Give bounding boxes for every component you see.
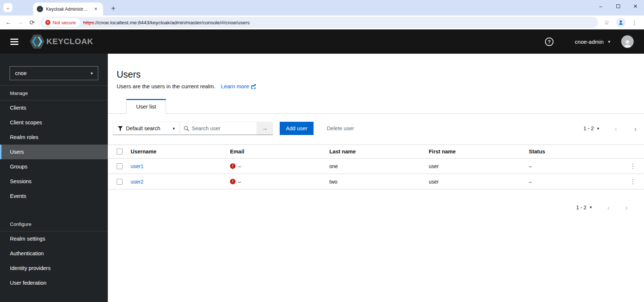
sidebar-item-identity-providers[interactable]: Identity providers xyxy=(0,261,108,276)
add-user-button[interactable]: Add user xyxy=(280,122,314,135)
learn-more-link[interactable]: Learn more xyxy=(221,83,256,89)
sidebar-item-events[interactable]: Events xyxy=(0,189,108,203)
back-button[interactable]: ← xyxy=(3,17,14,28)
email-cell: ! – xyxy=(230,179,329,185)
bookmark-star-icon[interactable]: ☆ xyxy=(601,19,612,26)
delete-user-button[interactable]: Delete user xyxy=(327,125,354,131)
row-kebab-menu-icon[interactable]: ⋮ xyxy=(627,177,638,186)
tab-bar: User list xyxy=(108,99,644,114)
keycloak-favicon-icon: ‹› xyxy=(37,6,43,12)
previous-page-button[interactable]: ‹ xyxy=(615,125,617,132)
masthead-right: ? cnoe-admin ▾ xyxy=(545,35,634,48)
reload-button[interactable]: ⟳ xyxy=(26,17,38,28)
col-first-name: First name xyxy=(429,149,529,154)
nav-section-manage: Manage xyxy=(0,86,108,100)
window-minimize-button[interactable]: – xyxy=(592,0,609,13)
tab-close-icon[interactable]: ✕ xyxy=(92,6,99,13)
users-toolbar: Default search ▾ → Add user Delete user … xyxy=(108,114,644,135)
table-row: user2 ! – two user – ⋮ xyxy=(108,174,644,189)
col-email: Email xyxy=(230,149,329,154)
col-status: Status xyxy=(529,149,623,154)
keycloak-brand[interactable]: KEYCLOAK xyxy=(29,33,93,50)
pagination-range-dropdown[interactable]: 1 - 2 ▾ xyxy=(576,205,592,210)
search-icon xyxy=(184,126,189,131)
first-name-value: user xyxy=(429,163,529,169)
chevron-down-icon: ▾ xyxy=(590,205,592,210)
browser-tab[interactable]: ‹› Keycloak Administration UI ✕ xyxy=(33,3,103,15)
chevron-down-icon: ▾ xyxy=(608,39,610,44)
external-link-icon xyxy=(251,84,256,89)
new-tab-button[interactable]: + xyxy=(108,4,118,13)
search-type-label: Default search xyxy=(126,125,160,131)
user-dropdown[interactable]: cnoe-admin ▾ xyxy=(575,39,610,45)
search-submit-button[interactable]: → xyxy=(257,122,273,135)
keycloak-wordmark: KEYCLOAK xyxy=(46,37,93,46)
next-page-button[interactable]: › xyxy=(634,125,637,132)
url-text: https://cnoe.localtest.me:8443/keycloak/… xyxy=(83,20,250,25)
status-value: – xyxy=(529,179,623,185)
tab-search-icon[interactable]: ⌄ xyxy=(3,3,13,12)
person-icon xyxy=(623,39,632,48)
person-icon xyxy=(618,19,624,25)
row-kebab-menu-icon[interactable]: ⋮ xyxy=(627,161,638,171)
select-all-checkbox[interactable] xyxy=(117,149,123,154)
browser-toolbar: ← → ⟳ ✕ Not secure https://cnoe.localtes… xyxy=(0,15,644,29)
username-link[interactable]: user1 xyxy=(131,163,230,169)
keycloak-logo-icon xyxy=(29,33,46,50)
username-link[interactable]: user2 xyxy=(131,179,230,185)
help-icon[interactable]: ? xyxy=(545,38,553,46)
sidebar-item-authentication[interactable]: Authentication xyxy=(0,246,108,261)
app-body: cnoe ▾ Manage Clients Client scopes Real… xyxy=(0,54,644,302)
nav-toggle-hamburger-icon[interactable] xyxy=(10,39,18,45)
nav-section-gap xyxy=(0,203,108,217)
not-secure-icon: ✕ xyxy=(45,20,50,25)
email-value: – xyxy=(238,179,241,185)
tab-user-list[interactable]: User list xyxy=(126,99,166,114)
realm-name: cnoe xyxy=(15,70,26,76)
row-checkbox[interactable] xyxy=(117,179,123,185)
last-name-value: two xyxy=(329,179,429,185)
chevron-down-icon: ▾ xyxy=(91,71,93,76)
search-field[interactable] xyxy=(180,122,257,135)
sidebar-item-user-federation[interactable]: User federation xyxy=(0,276,108,290)
search-input[interactable] xyxy=(192,125,247,131)
page-header: Users Users are the users in the current… xyxy=(108,54,644,89)
sidebar-item-groups[interactable]: Groups xyxy=(0,159,108,174)
url-rest: ://cnoe.localtest.me:8443/keycloak/admin… xyxy=(94,20,250,25)
window-maximize-button[interactable] xyxy=(609,0,627,13)
keycloak-masthead: KEYCLOAK ? cnoe-admin ▾ xyxy=(0,29,644,54)
search-type-dropdown[interactable]: Default search ▾ xyxy=(113,122,180,135)
row-checkbox[interactable] xyxy=(117,163,123,169)
col-username: Username xyxy=(131,149,230,154)
sidebar-item-realm-settings[interactable]: Realm settings xyxy=(0,231,108,246)
sidebar-item-clients[interactable]: Clients xyxy=(0,100,108,115)
url-scheme-struck: https xyxy=(83,20,94,25)
sidebar-item-sessions[interactable]: Sessions xyxy=(0,174,108,189)
users-table: Username Email Last name First name Stat… xyxy=(108,145,644,189)
forward-button[interactable]: → xyxy=(15,17,26,28)
email-not-verified-icon: ! xyxy=(230,179,236,184)
main-content: Users Users are the users in the current… xyxy=(108,54,644,302)
sidebar-item-client-scopes[interactable]: Client scopes xyxy=(0,115,108,130)
user-avatar[interactable] xyxy=(621,35,634,48)
address-bar[interactable]: ✕ Not secure https://cnoe.localtest.me:8… xyxy=(40,17,598,28)
browser-tabstrip: ⌄ ‹› Keycloak Administration UI ✕ + – ✕ xyxy=(0,0,644,15)
browser-menu-icon[interactable]: ⋮ xyxy=(629,19,640,26)
next-page-button[interactable]: › xyxy=(625,203,628,211)
sidebar-item-users[interactable]: Users xyxy=(0,145,108,159)
status-value: – xyxy=(529,163,623,169)
window-close-button[interactable]: ✕ xyxy=(627,0,644,13)
previous-page-button[interactable]: ‹ xyxy=(607,203,610,211)
email-value: – xyxy=(238,163,241,169)
window-controls: – ✕ xyxy=(592,0,644,13)
table-header-row: Username Email Last name First name Stat… xyxy=(108,145,644,159)
filter-funnel-icon xyxy=(118,126,123,131)
sidebar-item-realm-roles[interactable]: Realm roles xyxy=(0,130,108,145)
not-secure-label: Not secure xyxy=(53,20,76,25)
pagination-range-dropdown[interactable]: 1 - 2 ▾ xyxy=(583,125,599,131)
security-badge[interactable]: ✕ Not secure xyxy=(42,18,80,27)
realm-selector[interactable]: cnoe ▾ xyxy=(10,66,98,80)
page-subtitle: Users are the users in the current realm… xyxy=(117,83,215,89)
browser-profile-avatar[interactable] xyxy=(616,18,626,27)
browser-tab-title: Keycloak Administration UI xyxy=(46,7,89,12)
